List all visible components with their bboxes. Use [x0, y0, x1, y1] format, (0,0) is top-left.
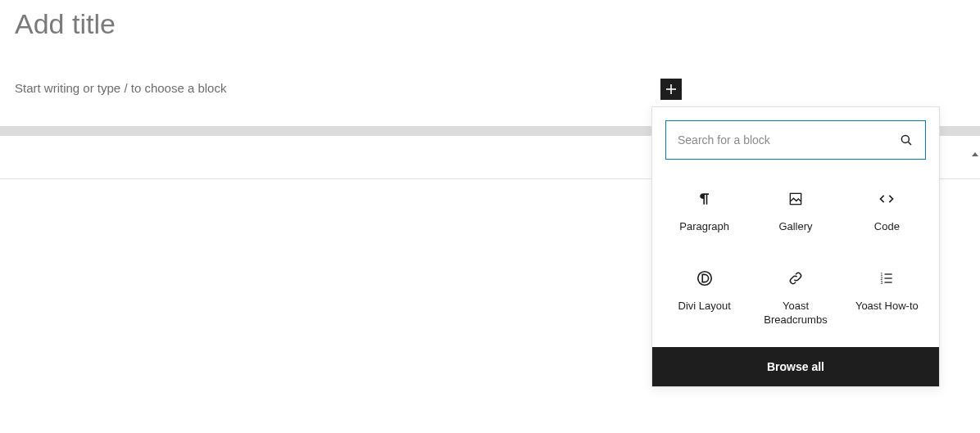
gallery-icon — [786, 189, 805, 209]
block-label: Code — [874, 220, 900, 234]
block-label: Gallery — [778, 220, 812, 234]
block-label: Paragraph — [679, 220, 729, 234]
block-editor-placeholder[interactable]: Start writing or type / to choose a bloc… — [15, 81, 965, 95]
divi-icon — [695, 268, 715, 288]
block-search-field[interactable] — [665, 120, 926, 160]
block-option-paragraph[interactable]: Paragraph — [659, 184, 750, 239]
code-icon — [877, 189, 896, 209]
browse-all-button[interactable]: Browse all — [652, 347, 939, 386]
block-inserter-popover: Paragraph Gallery Code — [651, 106, 940, 387]
svg-rect-4 — [790, 193, 801, 204]
link-icon — [786, 268, 805, 288]
scroll-up-caret[interactable] — [972, 152, 978, 156]
search-icon — [899, 133, 914, 147]
plus-icon — [665, 83, 678, 96]
block-option-yoast-howto[interactable]: 1 2 3 Yoast How-to — [842, 264, 932, 332]
block-option-gallery[interactable]: Gallery — [750, 184, 841, 239]
block-option-yoast-breadcrumbs[interactable]: Yoast Breadcrumbs — [750, 264, 841, 332]
block-label: Divi Layout — [678, 300, 731, 313]
block-label: Yoast How-to — [855, 300, 919, 313]
block-option-code[interactable]: Code — [842, 184, 932, 239]
svg-text:3: 3 — [881, 280, 883, 285]
svg-line-3 — [908, 142, 911, 145]
paragraph-icon — [695, 189, 715, 209]
svg-point-2 — [901, 135, 909, 142]
svg-point-5 — [697, 272, 711, 286]
block-label: Yoast Breadcrumbs — [751, 300, 839, 327]
block-option-divi-layout[interactable]: Divi Layout — [659, 264, 750, 332]
ordered-list-icon: 1 2 3 — [877, 268, 896, 288]
post-title-input[interactable]: Add title — [15, 8, 965, 40]
add-block-button[interactable] — [660, 79, 682, 100]
block-search-input[interactable] — [678, 133, 899, 147]
